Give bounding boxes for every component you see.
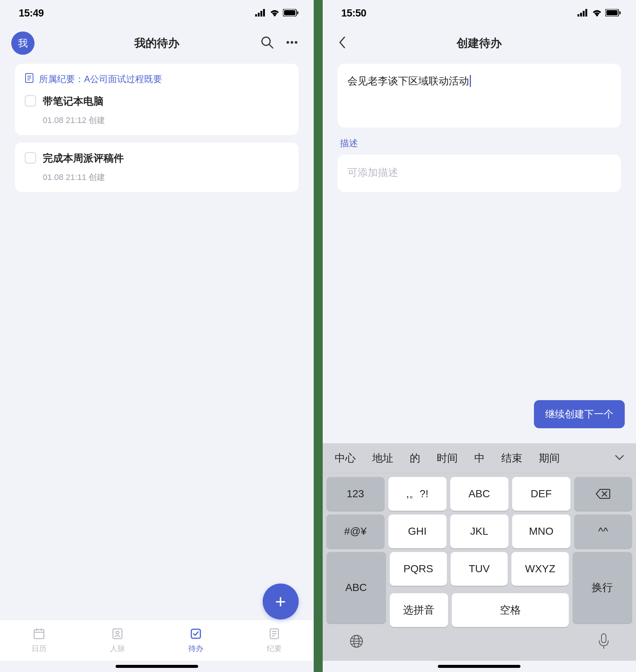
mic-icon[interactable] xyxy=(598,633,610,651)
header: 我 我的待办 xyxy=(0,26,314,60)
nav-todo[interactable]: 待办 xyxy=(157,620,235,661)
suggestion[interactable]: 的 xyxy=(401,451,429,465)
svg-rect-34 xyxy=(606,10,618,15)
svg-rect-31 xyxy=(585,9,587,16)
svg-rect-1 xyxy=(258,13,260,16)
svg-rect-17 xyxy=(34,630,44,639)
suggestion[interactable]: 地址 xyxy=(364,451,401,465)
status-time: 15:50 xyxy=(341,8,367,19)
key-emoji[interactable]: ^^ xyxy=(574,514,632,548)
checkbox[interactable] xyxy=(25,95,36,106)
title-input[interactable]: 会见老李谈下区域联动活动 xyxy=(338,64,621,128)
svg-rect-6 xyxy=(284,10,295,15)
battery-icon xyxy=(605,8,621,19)
calendar-icon xyxy=(32,627,46,642)
status-icons xyxy=(577,8,621,19)
svg-rect-28 xyxy=(577,14,579,16)
key-ghi[interactable]: GHI xyxy=(388,514,447,548)
suggestion[interactable]: 时间 xyxy=(429,451,466,465)
expand-suggestions-icon[interactable] xyxy=(607,454,632,462)
nav-calendar[interactable]: 日历 xyxy=(0,620,78,661)
nav-contacts[interactable]: 人脉 xyxy=(78,620,157,661)
key-symbols[interactable]: #@¥ xyxy=(326,514,385,548)
notes-icon xyxy=(268,627,281,642)
page-title: 创建待办 xyxy=(323,36,636,51)
key-enter[interactable]: 换行 xyxy=(573,552,632,623)
nav-label: 人脉 xyxy=(110,644,125,654)
key-abc[interactable]: ABC xyxy=(450,477,508,511)
todo-list: 所属纪要：A公司面试过程既要 带笔记本电脑 01.08 21:12 创建 完成本… xyxy=(0,60,314,620)
suggestion[interactable]: 结束 xyxy=(493,451,531,465)
key-123[interactable]: 123 xyxy=(326,477,385,511)
svg-line-9 xyxy=(269,45,273,48)
status-time: 15:49 xyxy=(19,8,44,19)
linked-note[interactable]: 所属纪要：A公司面试过程既要 xyxy=(25,73,289,86)
plus-icon: + xyxy=(275,591,286,612)
avatar[interactable]: 我 xyxy=(11,32,35,55)
status-bar: 15:49 xyxy=(0,0,314,26)
svg-point-11 xyxy=(290,41,293,44)
todo-icon xyxy=(189,627,203,642)
suggestion[interactable]: 中心 xyxy=(326,451,364,465)
keyboard: 中心 地址 的 时间 中 结束 期间 123 ,。?! ABC DEF #@¥ … xyxy=(323,443,636,661)
bottom-nav: 日历 人脉 待办 纪要 xyxy=(0,620,314,661)
create-form: 会见老李谈下区域联动活动 描述 可添加描述 继续创建下一个 xyxy=(323,60,636,443)
search-icon[interactable] xyxy=(260,36,274,51)
signal-icon xyxy=(255,8,266,19)
suggestion-bar: 中心 地址 的 时间 中 结束 期间 xyxy=(323,443,636,473)
status-bar: 15:50 xyxy=(323,0,636,26)
key-punct[interactable]: ,。?! xyxy=(388,477,447,511)
wifi-icon xyxy=(592,8,602,19)
svg-rect-35 xyxy=(619,11,621,14)
svg-point-8 xyxy=(262,37,270,45)
continue-button[interactable]: 继续创建下一个 xyxy=(534,400,625,428)
back-button[interactable] xyxy=(334,32,350,54)
svg-point-32 xyxy=(596,14,598,16)
nav-label: 待办 xyxy=(188,644,203,654)
key-wxyz[interactable]: WXYZ xyxy=(511,552,568,586)
key-def[interactable]: DEF xyxy=(512,477,570,511)
svg-rect-41 xyxy=(601,634,606,643)
todo-text: 完成本周派评稿件 xyxy=(43,152,289,165)
description-input[interactable]: 可添加描述 xyxy=(338,154,621,192)
svg-point-10 xyxy=(286,41,289,44)
suggestion[interactable]: 中 xyxy=(466,451,493,465)
home-indicator[interactable] xyxy=(323,661,636,672)
key-backspace[interactable] xyxy=(574,477,632,511)
key-space[interactable]: 空格 xyxy=(452,593,569,627)
svg-rect-2 xyxy=(260,11,262,16)
linked-note-label: 所属纪要：A公司面试过程既要 xyxy=(39,73,162,85)
key-jkl[interactable]: JKL xyxy=(450,514,508,548)
key-pinyin[interactable]: 选拼音 xyxy=(390,593,448,627)
svg-rect-3 xyxy=(263,9,265,16)
description-label: 描述 xyxy=(340,137,619,149)
nav-label: 纪要 xyxy=(267,644,282,654)
key-mno[interactable]: MNO xyxy=(512,514,570,548)
description-placeholder: 可添加描述 xyxy=(347,167,398,178)
key-pqrs[interactable]: PQRS xyxy=(390,552,447,586)
key-abc-mode[interactable]: ABC xyxy=(326,552,386,623)
svg-point-4 xyxy=(274,14,275,16)
title-value: 会见老李谈下区域联动活动 xyxy=(347,74,469,88)
contacts-icon xyxy=(111,627,124,642)
key-tuv[interactable]: TUV xyxy=(451,552,508,586)
more-icon[interactable] xyxy=(285,36,299,51)
svg-rect-0 xyxy=(255,14,257,16)
todo-card[interactable]: 完成本周派评稿件 01.08 21:11 创建 xyxy=(15,142,299,192)
header: 创建待办 xyxy=(323,26,636,60)
battery-icon xyxy=(283,8,299,19)
todo-text: 带笔记本电脑 xyxy=(43,94,289,108)
svg-rect-29 xyxy=(580,13,582,16)
svg-point-12 xyxy=(295,41,297,44)
svg-point-22 xyxy=(116,631,119,634)
document-icon xyxy=(25,73,34,86)
home-indicator[interactable] xyxy=(0,661,314,672)
nav-notes[interactable]: 纪要 xyxy=(235,620,314,661)
add-button[interactable]: + xyxy=(263,584,299,620)
checkbox[interactable] xyxy=(25,152,36,164)
nav-label: 日历 xyxy=(32,644,47,654)
text-cursor xyxy=(470,75,471,87)
todo-card[interactable]: 所属纪要：A公司面试过程既要 带笔记本电脑 01.08 21:12 创建 xyxy=(15,64,299,135)
globe-icon[interactable] xyxy=(349,634,364,650)
suggestion[interactable]: 期间 xyxy=(531,451,568,465)
